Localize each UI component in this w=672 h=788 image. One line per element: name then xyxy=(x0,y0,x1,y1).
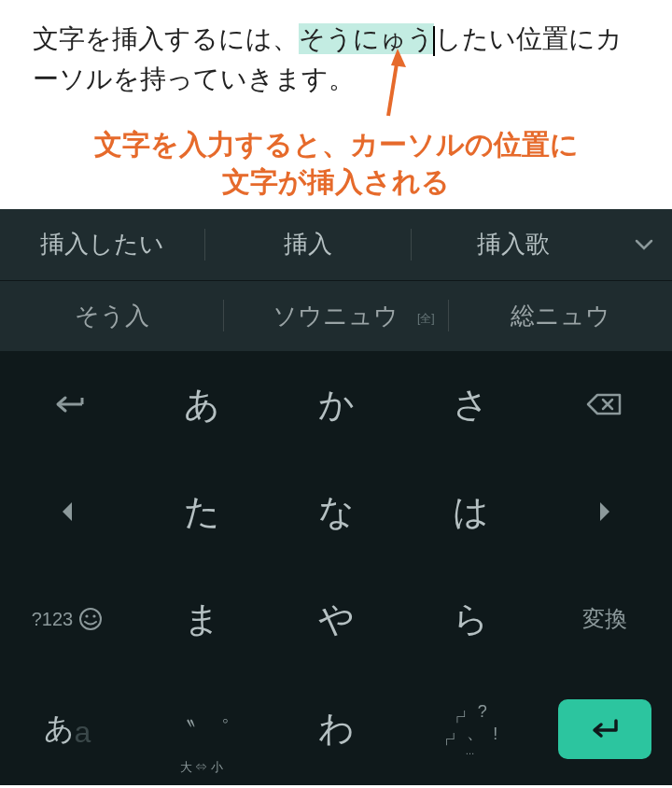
keyboard-row-4: あa 〝 ゜ 大 ⇔ 小 わ ┌┘ ? ┌┘ xyxy=(0,673,672,785)
undo-key[interactable] xyxy=(0,351,134,458)
triangle-right-icon xyxy=(598,500,611,523)
kana-key-wa[interactable]: わ xyxy=(269,673,403,785)
text-editor-content[interactable]: 文字を挿入するには、そうにゅうしたい位置にカーソルを持っていきます。 xyxy=(0,0,672,119)
undo-arrow-icon xyxy=(49,394,86,415)
dakuten-left: 〝 xyxy=(175,715,195,743)
candidate-5[interactable]: ソウニュウ [全] xyxy=(224,300,447,332)
sym-ex: ! xyxy=(493,725,497,744)
expand-candidates-button[interactable] xyxy=(616,239,672,250)
sym-question: ? xyxy=(478,702,487,722)
candidate-badge: [全] xyxy=(417,311,435,327)
keyboard-row-2: た な は xyxy=(0,458,672,566)
ime-keyboard: 挿入したい 挿入 挿入歌 そう入 ソウニュウ [全] 総ニュウ xyxy=(0,209,672,785)
annotation-arrow-icon xyxy=(381,49,409,119)
size-toggle-label: 大 ⇔ 小 xyxy=(180,759,223,776)
candidate-4[interactable]: そう入 xyxy=(0,300,223,332)
annotation-callout: 文字を入力すると、カーソルの位置に 文字が挿入される xyxy=(0,119,672,209)
candidate-3[interactable]: 挿入歌 xyxy=(412,228,616,260)
kana-key-ma[interactable]: ま xyxy=(134,566,269,673)
backspace-key[interactable] xyxy=(538,351,672,458)
dakuten-right: ゜ xyxy=(208,715,230,743)
ime-composing-text: そうにゅう xyxy=(299,23,434,54)
dakuten-marks: 〝 ゜ xyxy=(175,715,230,743)
cursor-right-key[interactable] xyxy=(538,458,672,566)
enter-key-button xyxy=(558,699,651,759)
enter-key[interactable] xyxy=(538,673,672,785)
sym-more: … xyxy=(465,746,475,756)
keyboard-keys: あ か さ た な は xyxy=(0,351,672,785)
emoji-icon xyxy=(78,607,103,631)
enter-icon xyxy=(588,717,622,741)
sym-dot: 、 xyxy=(467,722,483,744)
keyboard-row-1: あ か さ xyxy=(0,351,672,458)
svg-point-2 xyxy=(80,609,101,629)
triangle-left-icon xyxy=(61,500,74,523)
candidate-2[interactable]: 挿入 xyxy=(205,228,410,260)
kana-key-ta[interactable]: た xyxy=(134,458,269,566)
svg-point-3 xyxy=(86,615,89,618)
kana-key-sa[interactable]: さ xyxy=(403,351,538,458)
backspace-icon xyxy=(586,391,623,417)
numeric-label: ?123 xyxy=(32,609,74,630)
kana-key-na[interactable]: な xyxy=(269,458,403,566)
svg-point-4 xyxy=(93,615,96,618)
language-switch-key[interactable]: あa xyxy=(0,673,134,785)
chevron-down-icon xyxy=(635,239,653,250)
candidate-5-label: ソウニュウ xyxy=(273,302,399,330)
kana-key-ka[interactable]: か xyxy=(269,351,403,458)
kana-key-ya[interactable]: や xyxy=(269,566,403,673)
keyboard-row-3: ?123 ま や ら 変換 xyxy=(0,566,672,673)
candidate-row-2: そう入 ソウニュウ [全] 総ニュウ xyxy=(0,280,672,351)
lang-jp: あ xyxy=(44,709,75,750)
kana-key-a[interactable]: あ xyxy=(134,351,269,458)
candidate-1[interactable]: 挿入したい xyxy=(0,228,204,260)
symbol-icon: ┌┘ ? ┌┘ 、 ! … xyxy=(443,702,498,756)
number-emoji-key[interactable]: ?123 xyxy=(0,566,134,673)
text-before: 文字を挿入するには、 xyxy=(33,24,299,53)
kana-key-ra[interactable]: ら xyxy=(403,566,538,673)
language-icon: あa xyxy=(44,709,91,750)
candidate-6[interactable]: 総ニュウ xyxy=(449,300,672,332)
henkan-key[interactable]: 変換 xyxy=(538,566,672,673)
candidate-row-1: 挿入したい 挿入 挿入歌 xyxy=(0,209,672,280)
annotation-line2: 文字が挿入される xyxy=(19,163,653,202)
dakuten-size-key[interactable]: 〝 ゜ 大 ⇔ 小 xyxy=(134,673,269,785)
symbol-key[interactable]: ┌┘ ? ┌┘ 、 ! … xyxy=(403,673,538,785)
svg-line-0 xyxy=(388,58,398,116)
lang-en: a xyxy=(75,715,91,750)
cursor-left-key[interactable] xyxy=(0,458,134,566)
annotation-line1: 文字を入力すると、カーソルの位置に xyxy=(19,126,653,164)
kana-key-ha[interactable]: は xyxy=(403,458,538,566)
